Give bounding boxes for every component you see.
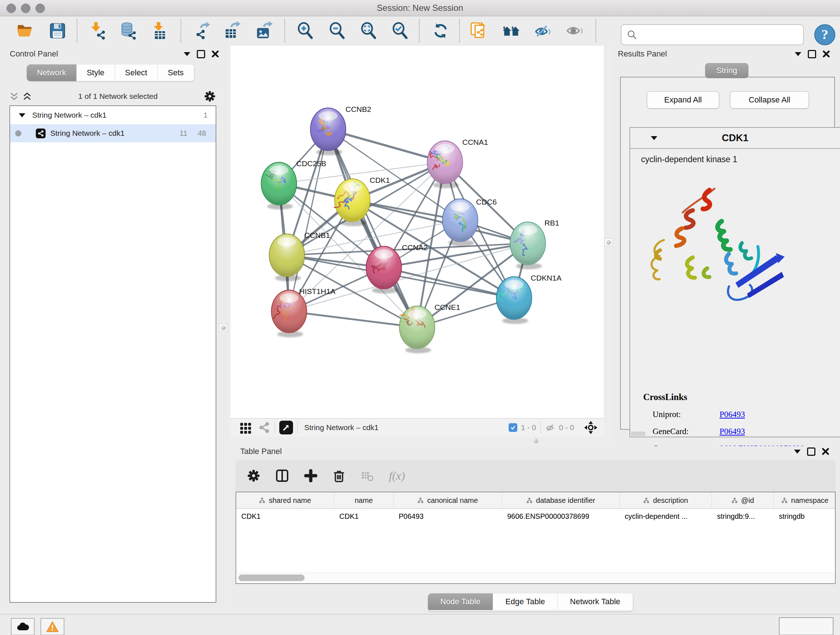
network-node-ccna1[interactable] <box>427 141 463 188</box>
clone-network-button[interactable] <box>469 21 488 41</box>
hierarchy-icon <box>782 497 788 504</box>
table-gear-icon[interactable] <box>247 469 260 482</box>
node-label-ccna2: CCNA2 <box>402 243 428 252</box>
hide-selected-button[interactable] <box>533 21 553 41</box>
close-panel-icon[interactable] <box>212 50 219 57</box>
network-node-rb1[interactable] <box>510 222 546 269</box>
search-field <box>621 24 804 45</box>
column-header-canonical-name[interactable]: canonical name <box>393 492 502 508</box>
grid-icon[interactable] <box>239 421 252 434</box>
collapse-panel-icon[interactable] <box>795 52 801 56</box>
gear-icon[interactable] <box>204 90 216 102</box>
delete-icon[interactable] <box>332 469 346 482</box>
tab-network[interactable]: Network <box>27 65 77 81</box>
search-input[interactable] <box>640 27 797 42</box>
column-header-database-identifier[interactable]: database identifier <box>502 492 620 508</box>
network-node-ccnb1[interactable] <box>269 234 305 281</box>
crosslink-link[interactable]: P06493 <box>720 427 745 436</box>
network-collection-row[interactable]: String Network – cdk1 1 <box>10 106 216 124</box>
left-splitter-handle[interactable] <box>219 324 227 332</box>
maximize-panel-icon[interactable] <box>808 50 816 58</box>
window-title: Session: New Session <box>0 3 840 13</box>
selected-checkbox-icon[interactable] <box>508 423 517 432</box>
network-type-icon <box>36 128 46 138</box>
function-builder-icon: f(x) <box>389 469 405 483</box>
close-panel-icon[interactable] <box>822 448 829 455</box>
results-scrollbar-stub[interactable] <box>631 432 645 436</box>
show-all-button[interactable] <box>565 21 584 41</box>
eye-icon <box>565 21 584 40</box>
zoom-in-button[interactable] <box>295 21 315 41</box>
import-network-button[interactable] <box>88 21 107 41</box>
move-icon[interactable] <box>584 420 598 435</box>
zoom-out-icon <box>328 21 347 40</box>
collapse-panel-icon[interactable] <box>794 450 801 454</box>
tab-network-table[interactable]: Network Table <box>558 593 633 610</box>
gene-header-row[interactable]: CDK1 <box>630 128 840 149</box>
cloud-button[interactable] <box>11 618 35 635</box>
column-header-namespace[interactable]: namespace <box>774 492 836 508</box>
export-network-button[interactable] <box>193 21 212 41</box>
memory-button[interactable]: Memory <box>779 617 834 635</box>
collapse-panel-icon[interactable] <box>184 52 190 56</box>
open-session-button[interactable] <box>16 21 35 41</box>
import-network-from-database-button[interactable] <box>118 21 138 41</box>
save-session-button[interactable] <box>48 21 67 41</box>
collapse-gene-icon[interactable] <box>651 136 657 140</box>
tab-node-table[interactable]: Node Table <box>428 593 493 610</box>
collapse-tree-icon[interactable] <box>19 113 25 117</box>
first-neighbors-button[interactable] <box>501 21 521 41</box>
export-table-button[interactable] <box>222 21 242 41</box>
zoom-fit-button[interactable] <box>359 21 378 41</box>
toolbar-separator <box>419 19 420 42</box>
scrollbar-thumb[interactable] <box>238 575 305 581</box>
apply-layout-button[interactable] <box>431 21 450 41</box>
gene-section: CDK1 cyclin-dependent kinase 1 <box>630 127 840 437</box>
column-header-shared-name[interactable]: shared name <box>236 492 334 508</box>
column-header--id[interactable]: @id <box>712 492 774 508</box>
network-canvas[interactable]: CCNB2CCNA1CDC25BCDK1CDC6RB1CCNB1CCNA2CDK… <box>231 46 604 418</box>
column-header-description[interactable]: description <box>620 492 712 508</box>
tab-edge-table[interactable]: Edge Table <box>493 593 558 610</box>
export-image-button[interactable] <box>254 21 273 41</box>
expand-all-icon[interactable] <box>22 92 32 101</box>
collapse-all-button[interactable]: Collapse All <box>730 91 809 109</box>
maximize-panel-icon[interactable] <box>197 50 205 58</box>
maximize-panel-icon[interactable] <box>807 448 815 456</box>
network-node-hist1h1a[interactable] <box>271 290 307 337</box>
column-header-name[interactable]: name <box>334 492 393 508</box>
table-horizontal-scrollbar[interactable] <box>237 573 834 583</box>
birdseye-toggle[interactable] <box>279 421 293 434</box>
table-cell: CDK1 <box>334 512 393 521</box>
network-node-ccnb2[interactable] <box>310 108 346 155</box>
collapse-all-icon[interactable] <box>9 92 19 101</box>
columns-icon[interactable] <box>275 469 289 483</box>
tab-sets[interactable]: Sets <box>158 65 194 81</box>
expand-all-button[interactable]: Expand All <box>647 91 719 109</box>
right-splitter-handle[interactable] <box>605 238 613 246</box>
table-row[interactable]: CDK1CDK1P064939606.ENSP00000378699cyclin… <box>236 509 835 524</box>
network-node-cdc25b[interactable] <box>261 162 297 210</box>
network-selection-info: 1 of 1 Network selected <box>32 92 204 101</box>
tab-string[interactable]: String <box>705 63 748 78</box>
close-panel-icon[interactable] <box>823 50 830 57</box>
tab-select[interactable]: Select <box>115 65 158 81</box>
tab-style[interactable]: Style <box>77 65 115 81</box>
crosslink-link[interactable]: P06493 <box>720 410 745 419</box>
warning-button[interactable] <box>41 618 65 635</box>
zoom-out-button[interactable] <box>327 21 347 41</box>
import-table-button[interactable] <box>150 21 169 41</box>
left-splitter[interactable] <box>227 46 231 614</box>
horizontal-splitter-handle[interactable] <box>532 437 540 444</box>
crosslinks-heading: CrossLinks <box>643 392 687 402</box>
share-view-icon[interactable] <box>258 421 270 434</box>
help-button[interactable]: ? <box>814 24 835 45</box>
table-header-row: shared namenamecanonical namedatabase id… <box>236 492 835 509</box>
network-row[interactable]: String Network – cdk1 11 48 <box>10 124 216 142</box>
hierarchy-icon <box>526 497 532 504</box>
network-node-ccne1[interactable] <box>399 306 435 353</box>
network-node-cdkn1a[interactable] <box>496 277 532 324</box>
collection-label: String Network – cdk1 <box>32 111 106 119</box>
zoom-selected-button[interactable] <box>390 21 410 41</box>
add-column-icon[interactable] <box>304 469 317 482</box>
